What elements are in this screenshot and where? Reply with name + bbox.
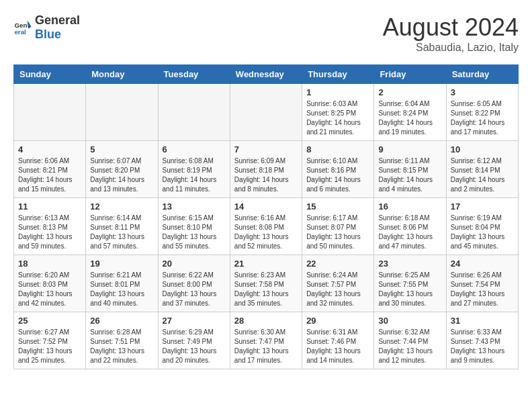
calendar-cell: 17Sunrise: 6:19 AM Sunset: 8:04 PM Dayli… (446, 198, 518, 255)
weekday-header-row: SundayMondayTuesdayWednesdayThursdayFrid… (14, 65, 519, 84)
calendar-week-4: 18Sunrise: 6:20 AM Sunset: 8:03 PM Dayli… (14, 255, 519, 312)
day-info: Sunrise: 6:12 AM Sunset: 8:14 PM Dayligh… (451, 156, 514, 194)
day-number: 29 (306, 316, 369, 326)
day-number: 9 (378, 144, 441, 154)
day-info: Sunrise: 6:18 AM Sunset: 8:06 PM Dayligh… (378, 214, 441, 251)
calendar-cell: 18Sunrise: 6:20 AM Sunset: 8:03 PM Dayli… (14, 255, 86, 312)
day-info: Sunrise: 6:19 AM Sunset: 8:04 PM Dayligh… (451, 214, 514, 251)
calendar-cell: 6Sunrise: 6:08 AM Sunset: 8:19 PM Daylig… (158, 141, 230, 198)
day-number: 5 (90, 144, 153, 154)
calendar-cell: 20Sunrise: 6:22 AM Sunset: 8:00 PM Dayli… (158, 255, 230, 312)
calendar-cell: 4Sunrise: 6:06 AM Sunset: 8:21 PM Daylig… (14, 141, 86, 198)
day-info: Sunrise: 6:14 AM Sunset: 8:11 PM Dayligh… (90, 214, 153, 251)
calendar-cell: 24Sunrise: 6:26 AM Sunset: 7:54 PM Dayli… (446, 255, 518, 312)
calendar-cell: 19Sunrise: 6:21 AM Sunset: 8:01 PM Dayli… (86, 255, 158, 312)
logo-blue: Blue (35, 28, 61, 41)
day-number: 25 (18, 316, 81, 326)
calendar-cell: 8Sunrise: 6:10 AM Sunset: 8:16 PM Daylig… (302, 141, 374, 198)
day-number: 7 (234, 144, 298, 154)
day-number: 2 (378, 87, 441, 97)
logo-text: General Blue (35, 13, 80, 42)
day-number: 16 (378, 201, 441, 212)
calendar-week-2: 4Sunrise: 6:06 AM Sunset: 8:21 PM Daylig… (14, 141, 519, 198)
calendar-cell: 22Sunrise: 6:24 AM Sunset: 7:57 PM Dayli… (302, 255, 374, 312)
calendar: SundayMondayTuesdayWednesdayThursdayFrid… (13, 64, 519, 369)
day-info: Sunrise: 6:07 AM Sunset: 8:20 PM Dayligh… (90, 156, 153, 194)
logo-icon: Gen eral (13, 18, 32, 37)
day-info: Sunrise: 6:05 AM Sunset: 8:22 PM Dayligh… (451, 99, 514, 137)
calendar-cell: 27Sunrise: 6:29 AM Sunset: 7:49 PM Dayli… (158, 312, 230, 369)
day-number: 8 (306, 144, 369, 154)
calendar-cell: 13Sunrise: 6:15 AM Sunset: 8:10 PM Dayli… (158, 198, 230, 255)
day-number: 11 (18, 201, 81, 212)
calendar-cell: 21Sunrise: 6:23 AM Sunset: 7:58 PM Dayli… (230, 255, 302, 312)
day-info: Sunrise: 6:08 AM Sunset: 8:19 PM Dayligh… (163, 156, 226, 194)
day-number: 15 (306, 201, 369, 212)
calendar-week-5: 25Sunrise: 6:27 AM Sunset: 7:52 PM Dayli… (14, 312, 519, 369)
day-number: 18 (18, 259, 81, 269)
day-info: Sunrise: 6:31 AM Sunset: 7:46 PM Dayligh… (306, 328, 369, 365)
day-number: 30 (378, 316, 441, 326)
logo-general: General (35, 13, 80, 27)
calendar-cell: 28Sunrise: 6:30 AM Sunset: 7:47 PM Dayli… (230, 312, 302, 369)
day-info: Sunrise: 6:22 AM Sunset: 8:00 PM Dayligh… (163, 271, 226, 308)
day-info: Sunrise: 6:24 AM Sunset: 7:57 PM Dayligh… (306, 271, 369, 308)
day-info: Sunrise: 6:04 AM Sunset: 8:24 PM Dayligh… (378, 99, 441, 137)
day-number: 24 (451, 259, 514, 269)
location: Sabaudia, Lazio, Italy (383, 42, 519, 54)
calendar-week-3: 11Sunrise: 6:13 AM Sunset: 8:13 PM Dayli… (14, 198, 519, 255)
day-number: 27 (163, 316, 226, 326)
day-info: Sunrise: 6:26 AM Sunset: 7:54 PM Dayligh… (451, 271, 514, 308)
calendar-cell: 25Sunrise: 6:27 AM Sunset: 7:52 PM Dayli… (14, 312, 86, 369)
day-info: Sunrise: 6:20 AM Sunset: 8:03 PM Dayligh… (18, 271, 81, 308)
day-info: Sunrise: 6:17 AM Sunset: 8:07 PM Dayligh… (306, 214, 369, 251)
weekday-header-thursday: Thursday (302, 65, 374, 84)
calendar-cell: 3Sunrise: 6:05 AM Sunset: 8:22 PM Daylig… (446, 84, 518, 141)
page-header: Gen eral General Blue August 2024 Sabaud… (13, 13, 519, 54)
day-info: Sunrise: 6:33 AM Sunset: 7:43 PM Dayligh… (451, 328, 514, 365)
day-number: 22 (306, 259, 369, 269)
day-number: 13 (163, 201, 226, 212)
calendar-cell: 26Sunrise: 6:28 AM Sunset: 7:51 PM Dayli… (86, 312, 158, 369)
day-number: 14 (234, 201, 298, 212)
day-number: 6 (163, 144, 226, 154)
calendar-cell: 30Sunrise: 6:32 AM Sunset: 7:44 PM Dayli… (374, 312, 446, 369)
calendar-cell (158, 84, 230, 141)
weekday-header-sunday: Sunday (14, 65, 86, 84)
calendar-cell (86, 84, 158, 141)
day-info: Sunrise: 6:11 AM Sunset: 8:15 PM Dayligh… (378, 156, 441, 194)
day-info: Sunrise: 6:06 AM Sunset: 8:21 PM Dayligh… (18, 156, 81, 194)
svg-text:eral: eral (14, 28, 26, 36)
day-number: 3 (451, 87, 514, 97)
calendar-cell (230, 84, 302, 141)
calendar-cell: 9Sunrise: 6:11 AM Sunset: 8:15 PM Daylig… (374, 141, 446, 198)
day-number: 10 (451, 144, 514, 154)
day-number: 28 (234, 316, 298, 326)
calendar-cell: 5Sunrise: 6:07 AM Sunset: 8:20 PM Daylig… (86, 141, 158, 198)
calendar-cell: 15Sunrise: 6:17 AM Sunset: 8:07 PM Dayli… (302, 198, 374, 255)
day-number: 19 (90, 259, 153, 269)
calendar-cell: 7Sunrise: 6:09 AM Sunset: 8:18 PM Daylig… (230, 141, 302, 198)
weekday-header-wednesday: Wednesday (230, 65, 302, 84)
calendar-cell: 14Sunrise: 6:16 AM Sunset: 8:08 PM Dayli… (230, 198, 302, 255)
day-number: 31 (451, 316, 514, 326)
day-number: 12 (90, 201, 153, 212)
calendar-cell: 2Sunrise: 6:04 AM Sunset: 8:24 PM Daylig… (374, 84, 446, 141)
weekday-header-friday: Friday (374, 65, 446, 84)
calendar-cell: 1Sunrise: 6:03 AM Sunset: 8:25 PM Daylig… (302, 84, 374, 141)
day-info: Sunrise: 6:09 AM Sunset: 8:18 PM Dayligh… (234, 156, 298, 194)
day-info: Sunrise: 6:25 AM Sunset: 7:55 PM Dayligh… (378, 271, 441, 308)
weekday-header-saturday: Saturday (446, 65, 518, 84)
day-info: Sunrise: 6:13 AM Sunset: 8:13 PM Dayligh… (18, 214, 81, 251)
day-info: Sunrise: 6:16 AM Sunset: 8:08 PM Dayligh… (234, 214, 298, 251)
weekday-header-monday: Monday (86, 65, 158, 84)
day-info: Sunrise: 6:29 AM Sunset: 7:49 PM Dayligh… (163, 328, 226, 365)
day-info: Sunrise: 6:27 AM Sunset: 7:52 PM Dayligh… (18, 328, 81, 365)
calendar-cell: 31Sunrise: 6:33 AM Sunset: 7:43 PM Dayli… (446, 312, 518, 369)
calendar-cell: 11Sunrise: 6:13 AM Sunset: 8:13 PM Dayli… (14, 198, 86, 255)
calendar-cell: 23Sunrise: 6:25 AM Sunset: 7:55 PM Dayli… (374, 255, 446, 312)
day-number: 23 (378, 259, 441, 269)
day-info: Sunrise: 6:28 AM Sunset: 7:51 PM Dayligh… (90, 328, 153, 365)
title-block: August 2024 Sabaudia, Lazio, Italy (383, 13, 519, 54)
calendar-cell: 29Sunrise: 6:31 AM Sunset: 7:46 PM Dayli… (302, 312, 374, 369)
